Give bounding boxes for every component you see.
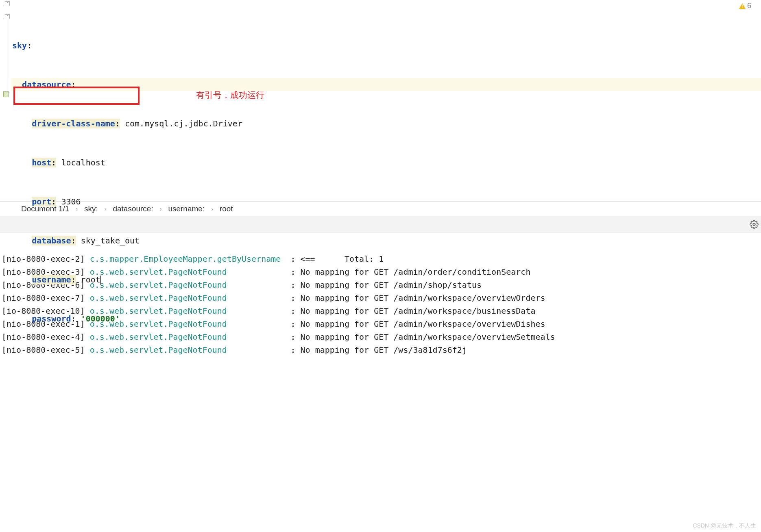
fold-icon[interactable] bbox=[5, 1, 10, 6]
code-line[interactable]: password: '000000' bbox=[12, 312, 761, 325]
code-line[interactable]: sky: bbox=[12, 39, 761, 52]
code-line[interactable]: driver-class-name: com.mysql.cj.jdbc.Dri… bbox=[12, 117, 761, 130]
gutter-change-marker bbox=[3, 91, 9, 97]
code-line[interactable]: username: root bbox=[12, 273, 761, 286]
code-line[interactable]: database: sky_take_out bbox=[12, 234, 761, 247]
code-line[interactable]: datasource: bbox=[12, 78, 761, 91]
code-line[interactable]: port: 3306 bbox=[12, 195, 761, 208]
code-editor[interactable]: sky: datasource: driver-class-name: com.… bbox=[0, 0, 761, 201]
editor-gutter bbox=[0, 0, 11, 201]
warnings-indicator[interactable]: 6 bbox=[739, 2, 751, 10]
text-cursor bbox=[100, 276, 101, 284]
fold-icon[interactable] bbox=[5, 14, 10, 19]
annotation-text: 有引号，成功运行 bbox=[196, 89, 264, 101]
code-line[interactable]: host: localhost bbox=[12, 156, 761, 169]
warning-count: 6 bbox=[747, 2, 751, 10]
warning-icon bbox=[739, 3, 746, 9]
